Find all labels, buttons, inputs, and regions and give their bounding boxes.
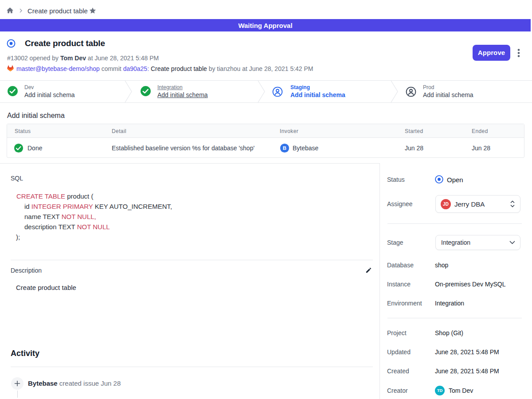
svg-text:B: B	[283, 145, 286, 151]
